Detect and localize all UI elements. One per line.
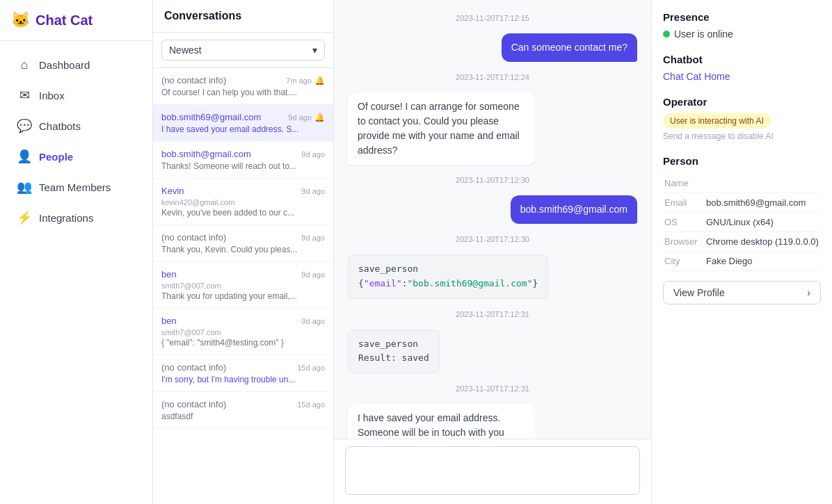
msg-timestamp: 2023-11-20T17:12:30 [348, 235, 637, 243]
conv-item-1[interactable]: (no contact info) 7m ago 🔔 Of course! I … [153, 68, 333, 105]
conv-item-8[interactable]: (no contact info) 15d ago I'm sorry, but… [153, 355, 333, 392]
cat-icon: 🐱 [11, 11, 30, 29]
conv-name: ben [161, 316, 177, 326]
conv-preview: Thank you, Kevin. Could you pleas... [161, 245, 325, 254]
conv-name: bob.smith69@gmail.com [161, 112, 261, 122]
chevron-down-icon: ▾ [312, 44, 317, 56]
presence-section: Presence User is online [663, 11, 821, 40]
msg-row-user: Can someone contact me? [348, 33, 637, 62]
person-table: Name Email bob.smith69@gmail.com OS GNU/… [663, 172, 821, 273]
sidebar: 🐱 Chat Cat ⌂ Dashboard ✉ Inbox 💬 Chatbot… [0, 0, 153, 504]
conv-name: (no contact info) [161, 399, 226, 409]
chatbots-icon: 💬 [17, 118, 32, 133]
chat-input[interactable] [345, 446, 640, 495]
filter-dropdown[interactable]: Newest ▾ [161, 40, 325, 60]
msg-code-result-block: save_person Result: saved [348, 330, 440, 374]
conversations-title: Conversations [153, 0, 333, 33]
person-title: Person [663, 155, 821, 167]
person-os-row: OS GNU/Linux (x64) [664, 213, 819, 232]
conv-item-3[interactable]: bob.smith@gmail.com 9d ago Thanks! Someo… [153, 142, 333, 179]
conv-name: bob.smith@gmail.com [161, 149, 251, 159]
code-result-line-1: save_person [358, 337, 429, 352]
sidebar-item-label: Integrations [39, 212, 93, 224]
city-label: City [664, 256, 706, 266]
conv-item-4[interactable]: Kevin 9d ago kevin420@gmail.com Kevin, y… [153, 179, 333, 225]
conv-preview: Kevin, you've been added to our c... [161, 208, 325, 218]
conv-time: 9d ago [301, 270, 325, 279]
msg-code-block: save_person {"email":"bob.smith69@gmail.… [348, 254, 548, 299]
app-logo: 🐱 Chat Cat [0, 0, 152, 41]
conv-item-5[interactable]: (no contact info) 9d ago Thank you, Kevi… [153, 225, 333, 262]
email-value: bob.smith69@gmail.com [706, 197, 819, 208]
conversations-list: (no contact info) 7m ago 🔔 Of course! I … [153, 68, 333, 504]
msg-timestamp: 2023-11-20T17:12:31 [348, 384, 637, 393]
sidebar-item-people[interactable]: 👤 People [6, 142, 147, 171]
name-value [706, 178, 819, 188]
conv-sub: kevin420@gmail.com [161, 198, 325, 206]
conv-sub: smith7@007.com [161, 282, 325, 290]
conv-sub: smith7@007.com [161, 328, 325, 336]
person-city-row: City Fake Diego [664, 252, 819, 271]
conv-preview: Thank you for updating your email,... [161, 291, 325, 301]
conv-preview: { "email": "smith4@testing.com" } [161, 338, 325, 348]
code-line-2: {"email":"bob.smith69@gmail.com"} [358, 277, 538, 291]
conv-meta: bob.smith69@gmail.com 9d ago 🔔 [161, 112, 325, 122]
conv-time: 9d ago 🔔 [288, 113, 325, 122]
conv-meta: (no contact info) 7m ago 🔔 [161, 75, 325, 86]
people-icon: 👤 [17, 149, 32, 164]
operator-title: Operator [663, 96, 821, 108]
conv-meta: (no contact info) 15d ago [161, 399, 325, 409]
conv-name: (no contact info) [161, 362, 226, 373]
sidebar-item-inbox[interactable]: ✉ Inbox [6, 81, 147, 110]
conv-time: 9d ago [301, 234, 325, 242]
online-status-text: User is online [674, 29, 733, 40]
msg-row-code: save_person {"email":"bob.smith69@gmail.… [348, 254, 637, 299]
sidebar-item-label: Inbox [39, 90, 65, 101]
conversations-filter: Newest ▾ [153, 33, 333, 68]
conv-meta: ben 9d ago [161, 316, 325, 326]
sidebar-item-team-members[interactable]: 👥 Team Members [6, 172, 147, 202]
conv-meta: (no contact info) 15d ago [161, 362, 325, 373]
chatbot-section: Chatbot Chat Cat Home [663, 54, 821, 82]
conv-time: 15d ago [297, 400, 325, 409]
sidebar-nav: ⌂ Dashboard ✉ Inbox 💬 Chatbots 👤 People … [0, 41, 152, 504]
conv-item-6[interactable]: ben 9d ago smith7@007.com Thank you for … [153, 262, 333, 309]
code-line-1: save_person [358, 262, 538, 277]
view-profile-button[interactable]: View Profile › [663, 281, 821, 304]
msg-timestamp: 2023-11-20T17:12:30 [348, 176, 637, 184]
conv-meta: (no contact info) 9d ago [161, 232, 325, 243]
sidebar-item-dashboard[interactable]: ⌂ Dashboard [6, 51, 147, 79]
code-result-line-2: Result: saved [358, 351, 429, 366]
conv-meta: Kevin 9d ago [161, 186, 325, 196]
conv-time: 9d ago [301, 187, 325, 195]
team-icon: 👥 [17, 179, 32, 195]
msg-timestamp: 2023-11-20T17:12:15 [348, 14, 637, 22]
os-label: OS [664, 217, 706, 227]
sidebar-item-label: Team Members [39, 181, 111, 193]
msg-bubble-user: Can someone contact me? [502, 33, 637, 62]
conv-preview: I'm sorry, but I'm having trouble un... [161, 375, 325, 384]
conv-name: Kevin [161, 186, 184, 196]
conv-preview: Of course! I can help you with that.... [161, 88, 325, 97]
msg-bubble-email: bob.smith69@gmail.com [511, 195, 637, 224]
filter-selected: Newest [169, 44, 202, 56]
conv-item-9[interactable]: (no contact info) 15d ago asdfasdf [153, 392, 333, 429]
conv-meta: bob.smith@gmail.com 9d ago [161, 149, 325, 159]
person-section: Person Name Email bob.smith69@gmail.com … [663, 155, 821, 304]
sidebar-item-label: Chatbots [39, 120, 81, 132]
ai-sub-text: Send a message to disable AI [663, 131, 821, 141]
conv-preview: I have saved your email address. S... [161, 124, 325, 134]
chatbot-link[interactable]: Chat Cat Home [663, 71, 730, 82]
city-value: Fake Diego [706, 256, 819, 266]
conv-time: 7m ago 🔔 [286, 76, 325, 86]
msg-row-code-result: save_person Result: saved [348, 330, 637, 374]
conv-name: (no contact info) [161, 232, 226, 243]
sidebar-item-chatbots[interactable]: 💬 Chatbots [6, 111, 147, 140]
conv-item-7[interactable]: ben 9d ago smith7@007.com { "email": "sm… [153, 309, 333, 355]
conv-meta: ben 9d ago [161, 269, 325, 279]
sidebar-item-integrations[interactable]: ⚡ Integrations [6, 203, 147, 232]
msg-row-bot: Of course! I can arrange for someone to … [348, 92, 637, 165]
conv-time: 9d ago [301, 150, 325, 158]
conv-item-2[interactable]: bob.smith69@gmail.com 9d ago 🔔 I have sa… [153, 105, 333, 142]
sidebar-item-label: People [39, 151, 73, 163]
